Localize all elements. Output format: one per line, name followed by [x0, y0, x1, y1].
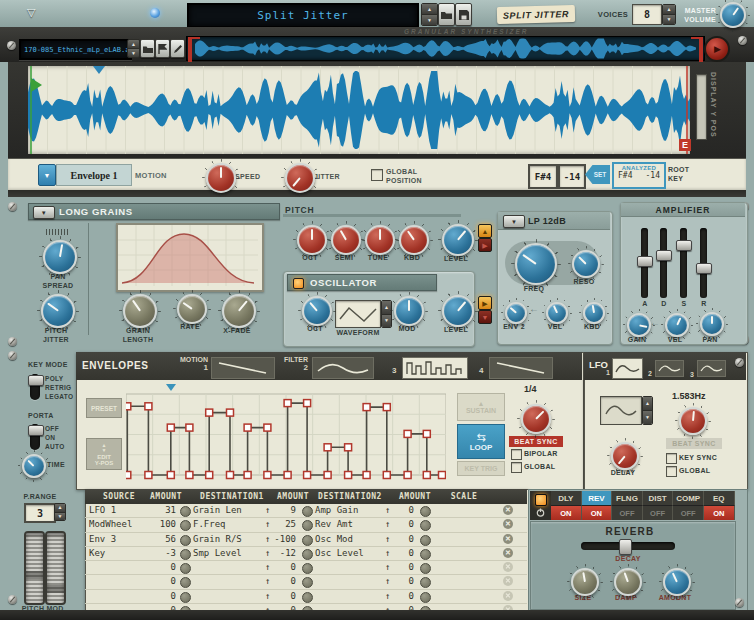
envelope-handle[interactable] [167, 424, 174, 431]
scale-knob-icon[interactable] [420, 563, 431, 574]
loop-start-bracket[interactable] [188, 37, 200, 64]
envelope-handle[interactable] [423, 430, 430, 437]
patch-save-button[interactable] [455, 3, 472, 26]
matrix-row-2[interactable]: ModWheel100F.Freq↑25Rev Amt↑0✕ [85, 518, 527, 532]
envelope-handle[interactable] [206, 472, 213, 479]
scale-knob-icon[interactable] [420, 535, 431, 546]
fx-power-led-icon[interactable] [535, 494, 547, 506]
envelope-handle[interactable] [363, 472, 370, 479]
envelope-handle[interactable] [227, 472, 234, 479]
envelope-handle[interactable] [404, 430, 411, 437]
osc-waveform-display[interactable] [335, 300, 381, 328]
envelope-handle[interactable] [284, 400, 291, 407]
scale-knob-icon[interactable] [302, 563, 313, 574]
env-rate-display[interactable]: 1/4 [524, 384, 537, 394]
mod-wheel[interactable] [45, 531, 66, 605]
fx-state-rev[interactable]: ON [582, 505, 613, 520]
scale-knob-icon[interactable] [302, 592, 313, 603]
x-fade-knob[interactable] [222, 294, 256, 328]
scale-knob-icon[interactable] [302, 506, 313, 517]
scale-knob-icon[interactable] [420, 506, 431, 517]
grain-length-knob[interactable] [123, 294, 157, 328]
clear-row-icon[interactable]: ✕ [503, 562, 513, 572]
clear-row-icon[interactable]: ✕ [503, 576, 513, 586]
patch-name-display[interactable]: Split Jitter [187, 3, 419, 28]
envelope-handle[interactable] [324, 472, 331, 479]
envelope-tab-3[interactable] [402, 357, 468, 379]
fx-state-dist[interactable]: OFF [643, 505, 674, 520]
env-rate-knob[interactable] [521, 404, 551, 434]
patch-spinner[interactable]: ▲▼ [421, 3, 438, 26]
envelope-handle[interactable] [439, 472, 446, 479]
sample-flag-button[interactable] [155, 39, 170, 58]
pitch-tune-knob[interactable] [365, 225, 395, 255]
fx-state-comp[interactable]: OFF [673, 505, 704, 520]
sample-name-display[interactable]: 170-085_Ethnic_mLp_eLAB.a [19, 39, 132, 60]
p-range-spinner[interactable]: ▲▼ [54, 503, 66, 521]
matrix-row-6[interactable]: 0↑0↑0✕ [85, 575, 527, 589]
envelope-tab-2[interactable] [312, 357, 374, 379]
preset-button[interactable]: PRESET [86, 398, 122, 418]
sample-level-knob[interactable] [442, 224, 474, 256]
envelope-handle[interactable] [244, 472, 251, 479]
envelope-tab-4[interactable] [489, 357, 553, 379]
voices-spinner[interactable]: ▲▼ [662, 4, 676, 25]
wave-down-icon[interactable]: ▼ [643, 411, 652, 424]
pitch-jitter-knob[interactable] [41, 294, 75, 328]
voices-up-icon[interactable]: ▲ [663, 5, 675, 15]
fx-state-flng[interactable]: OFF [612, 505, 643, 520]
key-mode-switch-handle[interactable] [28, 375, 44, 386]
sample-overview[interactable] [186, 36, 705, 61]
release-slider-handle[interactable] [696, 263, 712, 274]
lfo-global-checkbox[interactable] [666, 466, 677, 477]
lfo-waveform-spinner[interactable]: ▲▼ [642, 396, 653, 425]
scale-knob-icon[interactable] [302, 535, 313, 546]
scale-knob-icon[interactable] [420, 592, 431, 603]
scale-knob-icon[interactable] [180, 563, 191, 574]
scale-knob-icon[interactable] [302, 577, 313, 588]
scale-knob-icon[interactable] [420, 520, 431, 531]
porta-time-knob[interactable] [22, 454, 46, 478]
matrix-row-1[interactable]: LFO 131Grain Len↑9Amp Gain↑0✕ [85, 504, 527, 518]
filter-env2-knob[interactable] [505, 302, 527, 324]
sample-waveform-display[interactable] [28, 66, 690, 154]
fx-state-eq[interactable]: ON [704, 505, 735, 520]
oscillator-led-icon[interactable] [293, 278, 304, 289]
clear-row-icon[interactable]: ✕ [503, 505, 513, 515]
scale-knob-icon[interactable] [180, 592, 191, 603]
scale-knob-icon[interactable] [180, 577, 191, 588]
envelope-handle[interactable] [304, 472, 311, 479]
osc-mod-knob[interactable] [394, 296, 424, 326]
sustain-slider[interactable] [680, 228, 687, 298]
loop-button[interactable]: ⇆ LOOP [457, 424, 505, 459]
clear-row-icon[interactable]: ✕ [503, 519, 513, 529]
sample-route-a-button[interactable]: ▲ [478, 224, 492, 238]
root-note-display[interactable]: F#4 [528, 164, 558, 189]
env-global-checkbox[interactable] [511, 462, 522, 473]
clear-row-icon[interactable]: ✕ [503, 591, 513, 601]
fx-tab-flng[interactable]: FLNG [612, 491, 643, 505]
scale-knob-icon[interactable] [180, 506, 191, 517]
scale-knob-icon[interactable] [420, 549, 431, 560]
envelope-tab-1[interactable] [211, 357, 275, 379]
scale-knob-icon[interactable] [180, 520, 191, 531]
envelope-handle[interactable] [186, 472, 193, 479]
osc-level-knob[interactable] [442, 295, 474, 327]
osc-oct-knob[interactable] [302, 296, 332, 326]
envelope-handle[interactable] [145, 472, 152, 479]
scale-knob-icon[interactable] [180, 549, 191, 560]
clear-row-icon[interactable]: ✕ [503, 548, 513, 558]
voices-display[interactable]: 8 [632, 4, 662, 25]
envelope-handle[interactable] [383, 404, 390, 411]
clear-row-icon[interactable]: ✕ [503, 534, 513, 544]
amp-gain-knob[interactable] [627, 313, 651, 337]
lfo-tab-2[interactable] [655, 360, 684, 377]
sustain-slider-handle[interactable] [676, 240, 692, 251]
envelope-handle[interactable] [227, 409, 234, 416]
key-trig-button[interactable]: KEY TRIG [457, 461, 505, 476]
envelope-handle[interactable] [324, 444, 331, 451]
patch-down-icon[interactable]: ▼ [422, 15, 437, 25]
preview-play-button[interactable]: ▶ [704, 36, 730, 62]
loop-end-bracket[interactable] [691, 37, 703, 64]
grains-mode-dropdown[interactable]: ▼ [33, 206, 55, 219]
